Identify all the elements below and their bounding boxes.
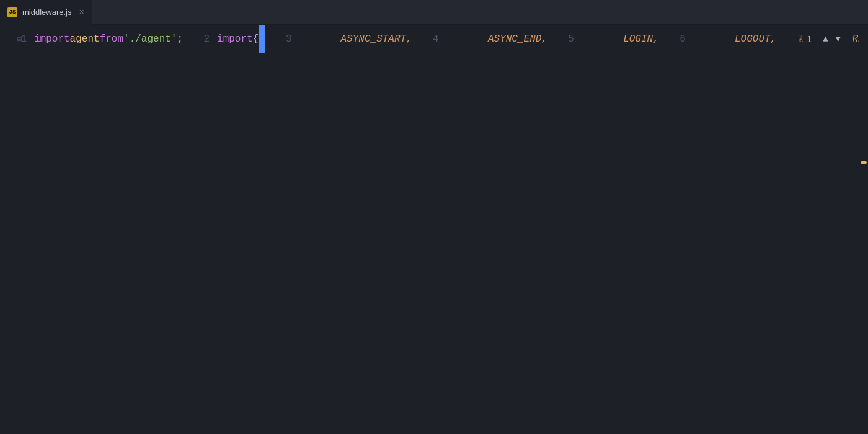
tab-middleware[interactable]: JS middleware.js × — [0, 0, 92, 25]
line-number-5: 5 — [547, 25, 574, 53]
line-gutter-6: 6 — [659, 25, 693, 53]
line-number-3: 3 — [265, 25, 291, 53]
scrollbar-marker — [861, 161, 867, 164]
text-cursor — [259, 25, 265, 53]
token-semi-1: ; — [177, 25, 183, 53]
token-import-1: import — [34, 25, 70, 53]
tab-bar: JS middleware.js × — [0, 0, 868, 25]
tab-filename: middleware.js — [22, 7, 71, 17]
code-line-4: ASYNC_END, — [446, 25, 547, 53]
token-login: LOGIN, — [582, 25, 659, 53]
line-number-1: 1 — [0, 25, 27, 53]
code-line-1: import agent from './agent' ; — [34, 25, 183, 53]
line-gutter-2: 2 — [183, 25, 217, 53]
line-number-7: 7 — [776, 25, 803, 53]
token-from-1: from — [100, 25, 123, 53]
code-line-3: ASYNC_START, — [299, 25, 412, 53]
table-row: 1 ⊟ import agent from './agent' ; — [0, 25, 183, 53]
editor-container: JS middleware.js × ⚠ 1 ▲ ▼ 1 ⊟ import ag… — [0, 0, 868, 434]
code-line-2: import { — [217, 25, 265, 53]
js-icon: JS — [7, 7, 17, 17]
token-async-end: ASYNC_END, — [446, 25, 547, 53]
token-agent: agent — [70, 25, 100, 53]
token-import-2: import — [217, 25, 253, 53]
table-row: 6 LOGOUT, — [659, 25, 776, 53]
table-row: 5 LOGIN, — [547, 25, 659, 53]
line-gutter-4: 4 — [412, 25, 446, 53]
table-row: 4 ASYNC_END, — [412, 25, 547, 53]
scrollbar[interactable] — [859, 25, 868, 434]
line-number-2: 2 — [183, 25, 210, 53]
tab-close-button[interactable]: × — [79, 7, 84, 17]
code-line-5: LOGIN, — [582, 25, 659, 53]
line-number-6: 6 — [659, 25, 686, 53]
editor-area: ⚠ 1 ▲ ▼ 1 ⊟ import agent from './agent' … — [0, 25, 868, 434]
line-gutter-7: 7 — [776, 25, 810, 53]
table-row: 3 ASYNC_START, — [265, 25, 412, 53]
line-gutter-5: 5 — [547, 25, 582, 53]
fold-icon-1[interactable]: ⊟ — [17, 35, 22, 44]
token-logout: LOGOUT, — [693, 25, 776, 53]
table-row: 2 import { — [183, 25, 265, 53]
code-line-6: LOGOUT, — [693, 25, 776, 53]
token-brace-open: { — [253, 25, 259, 53]
line-gutter-1: 1 ⊟ — [0, 25, 34, 53]
token-async-start: ASYNC_START, — [299, 25, 412, 53]
line-number-4: 4 — [412, 25, 439, 53]
token-string-1: './agent' — [123, 25, 177, 53]
table-row: 7 REGISTER — [776, 25, 868, 53]
line-gutter-3: 3 — [265, 25, 299, 53]
